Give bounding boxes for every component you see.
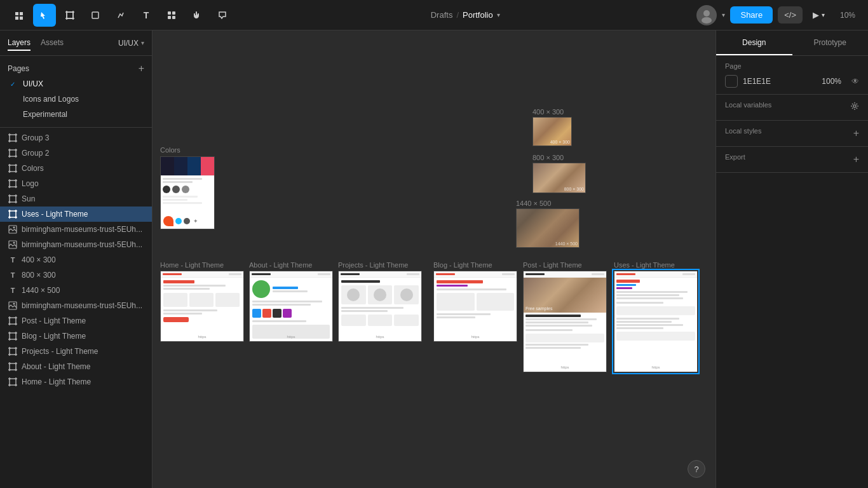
frame-icon	[8, 377, 18, 387]
toolbar: T Drafts / Portfolio ▾	[0, 0, 868, 30]
add-page-button[interactable]: +	[139, 64, 144, 74]
layer-name: Projects - Light Theme	[22, 347, 98, 356]
layer-birm1[interactable]: birmingham-museums-trust-5EUh...	[0, 222, 152, 237]
frame-icon	[8, 194, 18, 204]
export-title: Export	[725, 153, 745, 161]
tab-design[interactable]: Design	[716, 30, 792, 55]
canvas[interactable]: Colors	[153, 30, 715, 488]
blog-light-frame[interactable]: https	[433, 271, 517, 342]
pen-tool[interactable]	[109, 4, 132, 27]
about-light-frame[interactable]: https	[249, 271, 333, 342]
project-name[interactable]: Portfolio	[463, 10, 493, 20]
svg-rect-85	[10, 333, 16, 339]
layer-birm2[interactable]: birmingham-museums-trust-5EUh...	[0, 237, 152, 252]
project-dropdown-icon[interactable]: ▾	[497, 11, 500, 18]
text-icon: T	[8, 255, 18, 265]
avatar-dropdown[interactable]: ▾	[722, 11, 725, 18]
comment-tool[interactable]	[211, 4, 234, 27]
layer-name: Sun	[22, 194, 35, 203]
menu-button[interactable]	[8, 4, 31, 27]
export-row: Export +	[725, 153, 859, 166]
img-800-frame[interactable]: 800 × 300	[532, 163, 586, 193]
svg-rect-1	[20, 12, 23, 15]
ui-ux-label: UI/UX	[118, 39, 139, 48]
page-name-uiux: UI/UX	[23, 79, 43, 88]
page-color-hex[interactable]: 1E1E1E	[743, 77, 771, 86]
layer-birm3[interactable]: birmingham-museums-trust-5EUh...	[0, 298, 152, 313]
avatar[interactable]	[696, 5, 717, 25]
uses-light-frame[interactable]: https	[614, 271, 698, 372]
select-tool[interactable]	[33, 4, 56, 27]
page-item-icons[interactable]: Icons and Logos	[8, 92, 144, 107]
svg-rect-25	[10, 150, 16, 156]
layer-name: Blog - Light Theme	[22, 332, 86, 341]
frame-icon	[8, 346, 18, 356]
projects-light-frame[interactable]: https	[338, 271, 422, 342]
layer-home-light[interactable]: Home - Light Theme	[0, 374, 152, 390]
frame-icon	[8, 148, 18, 158]
local-variables-settings[interactable]	[850, 102, 859, 113]
svg-rect-13	[172, 16, 175, 19]
frame-icon	[8, 362, 18, 372]
share-button[interactable]: Share	[730, 6, 773, 24]
home-light-frame[interactable]: https	[160, 271, 244, 342]
layer-about-light[interactable]: About - Light Theme	[0, 359, 152, 374]
zoom-level[interactable]: 10%	[835, 11, 860, 20]
layer-name: birmingham-museums-trust-5EUh...	[22, 301, 142, 310]
tab-prototype[interactable]: Prototype	[792, 30, 869, 55]
frame-icon	[8, 331, 18, 341]
layer-name: Group 3	[22, 133, 49, 142]
drafts-link[interactable]: Drafts	[431, 10, 453, 20]
text-tool[interactable]: T	[135, 4, 158, 27]
tab-assets[interactable]: Assets	[41, 36, 64, 51]
local-variables-section: Local variables	[716, 95, 868, 121]
post-frame-label: Post - Light Theme	[523, 261, 582, 269]
code-button[interactable]: </>	[778, 6, 803, 24]
page-section: Page 1E1E1E 100% 👁	[716, 56, 868, 95]
page-color-swatch[interactable]	[725, 75, 738, 88]
frame-tool[interactable]	[58, 4, 81, 27]
layer-post-light[interactable]: Post - Light Theme	[0, 313, 152, 329]
layer-group2[interactable]: Group 2	[0, 146, 152, 161]
hand-tool[interactable]	[186, 4, 208, 27]
blog-frame-label: Blog - Light Theme	[433, 261, 492, 269]
image-icon	[8, 301, 18, 311]
img-1440-frame[interactable]: 1440 × 500	[516, 208, 580, 248]
layer-logo[interactable]: Logo	[0, 176, 152, 191]
layer-name: 800 × 300	[22, 271, 56, 280]
page-color-opacity[interactable]: 100%	[822, 77, 841, 86]
layer-400x300[interactable]: T 400 × 300	[0, 252, 152, 268]
layer-blog-light[interactable]: Blog - Light Theme	[0, 329, 152, 344]
projects-frame-label: Projects - Light Theme	[338, 261, 408, 269]
tab-layers[interactable]: Layers	[8, 36, 31, 51]
text-icon: T	[8, 270, 18, 280]
export-section: Export +	[716, 147, 868, 173]
local-styles-add[interactable]: +	[853, 128, 859, 139]
components-tool[interactable]	[160, 4, 183, 27]
svg-rect-34	[10, 165, 16, 172]
shape-tool[interactable]	[84, 4, 107, 27]
layer-colors[interactable]: Colors	[0, 161, 152, 176]
layer-name: Uses - Light Theme	[22, 210, 88, 219]
layer-sun[interactable]: Sun	[0, 191, 152, 207]
page-item-uiux[interactable]: ✓ UI/UX	[8, 76, 144, 92]
visibility-icon[interactable]: 👁	[851, 77, 859, 86]
colors-frame[interactable]: ✦	[160, 156, 215, 229]
img-400-frame[interactable]: 400 × 300	[532, 117, 572, 146]
layer-1440x500[interactable]: T 1440 × 500	[0, 283, 152, 298]
image-icon	[8, 240, 18, 250]
svg-point-73	[13, 242, 15, 244]
layer-uses-light[interactable]: Uses - Light Theme	[0, 207, 152, 222]
svg-rect-16	[10, 135, 16, 141]
breadcrumb-separator: /	[456, 10, 459, 20]
help-button[interactable]: ?	[688, 460, 705, 478]
export-add[interactable]: +	[853, 154, 859, 165]
post-light-frame[interactable]: Free samples https	[523, 271, 607, 372]
layer-group3[interactable]: Group 3	[0, 130, 152, 146]
page-item-experimental[interactable]: Experimental	[8, 107, 144, 122]
layer-name: Home - Light Theme	[22, 377, 91, 386]
play-button[interactable]: ▶ ▾	[808, 6, 830, 24]
img-1440-label: 1440 × 500	[516, 200, 551, 207]
layer-projects-light[interactable]: Projects - Light Theme	[0, 344, 152, 359]
layer-800x300[interactable]: T 800 × 300	[0, 268, 152, 283]
